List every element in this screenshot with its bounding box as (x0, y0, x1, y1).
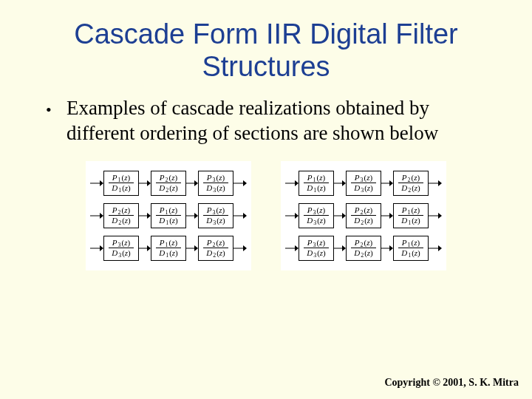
arrow-icon (186, 179, 198, 188)
arrow-icon (429, 179, 442, 188)
arrow-icon (233, 179, 247, 188)
page-title: Cascade Form IIR Digital Filter Structur… (0, 0, 532, 96)
arrow-icon (139, 211, 151, 220)
cascade-chain: P2(z)D2(z)P1(z)D1(z)P3(z)D3(z) (90, 200, 247, 232)
cascade-chain: P3(z)D3(z)P2(z)D2(z)P1(z)D1(z) (285, 200, 442, 232)
transfer-function-block: P2(z)D2(z) (393, 171, 429, 196)
transfer-function-block: P3(z)D3(z) (346, 171, 381, 196)
svg-marker-15 (243, 213, 247, 219)
arrow-icon (285, 244, 299, 253)
arrow-icon (233, 244, 247, 253)
arrow-icon (334, 179, 346, 188)
transfer-function-block: P1(z)D1(z) (393, 236, 429, 261)
svg-marker-23 (243, 245, 247, 251)
transfer-function-block: P3(z)D3(z) (198, 171, 233, 196)
arrow-icon (186, 211, 198, 220)
transfer-function-block: P2(z)D2(z) (151, 171, 186, 196)
arrow-icon (90, 244, 103, 253)
arrow-icon (285, 211, 299, 220)
bullet-dot: • (46, 96, 66, 120)
arrow-icon (139, 179, 151, 188)
cascade-chain: P3(z)D3(z)P2(z)D2(z)P1(z)D1(z) (285, 232, 442, 265)
transfer-function-block: P3(z)D3(z) (299, 203, 334, 228)
transfer-function-block: P1(z)D1(z) (151, 236, 186, 261)
arrow-icon (429, 244, 442, 253)
cascade-chain: P3(z)D3(z)P1(z)D1(z)P2(z)D2(z) (90, 232, 247, 265)
diagram-left-column: P1(z)D1(z)P2(z)D2(z)P3(z)D3(z)P2(z)D2(z)… (86, 161, 251, 270)
arrow-icon (381, 211, 393, 220)
bullet-item: • Examples of cascade realizations obtai… (0, 96, 532, 146)
cascade-diagram: P1(z)D1(z)P2(z)D2(z)P3(z)D3(z)P2(z)D2(z)… (0, 161, 532, 270)
arrow-icon (90, 179, 103, 188)
arrow-icon (139, 244, 151, 253)
transfer-function-block: P3(z)D3(z) (299, 236, 334, 261)
transfer-function-block: P2(z)D2(z) (198, 236, 233, 261)
transfer-function-block: P3(z)D3(z) (198, 203, 233, 228)
transfer-function-block: P1(z)D1(z) (393, 203, 429, 228)
cascade-chain: P1(z)D1(z)P2(z)D2(z)P3(z)D3(z) (90, 167, 247, 200)
transfer-function-block: P2(z)D2(z) (346, 203, 381, 228)
arrow-icon (381, 179, 393, 188)
arrow-icon (334, 211, 346, 220)
transfer-function-block: P1(z)D1(z) (103, 171, 139, 196)
svg-marker-7 (243, 180, 247, 186)
arrow-icon (285, 179, 299, 188)
arrow-icon (90, 211, 103, 220)
arrow-icon (334, 244, 346, 253)
arrow-icon (233, 211, 247, 220)
copyright-notice: Copyright © 2001, S. K. Mitra (384, 377, 519, 389)
svg-marker-31 (438, 180, 442, 186)
bullet-text: Examples of cascade realizations obtaine… (66, 96, 486, 146)
transfer-function-block: P1(z)D1(z) (151, 203, 186, 228)
transfer-function-block: P1(z)D1(z) (299, 171, 334, 196)
transfer-function-block: P2(z)D2(z) (346, 236, 381, 261)
transfer-function-block: P3(z)D3(z) (103, 236, 139, 261)
transfer-function-block: P2(z)D2(z) (103, 203, 139, 228)
arrow-icon (186, 244, 198, 253)
arrow-icon (429, 211, 442, 220)
svg-marker-47 (438, 245, 442, 251)
svg-marker-39 (438, 213, 442, 219)
cascade-chain: P1(z)D1(z)P3(z)D3(z)P2(z)D2(z) (285, 167, 442, 200)
diagram-right-column: P1(z)D1(z)P3(z)D3(z)P2(z)D2(z)P3(z)D3(z)… (281, 161, 446, 270)
arrow-icon (381, 244, 393, 253)
